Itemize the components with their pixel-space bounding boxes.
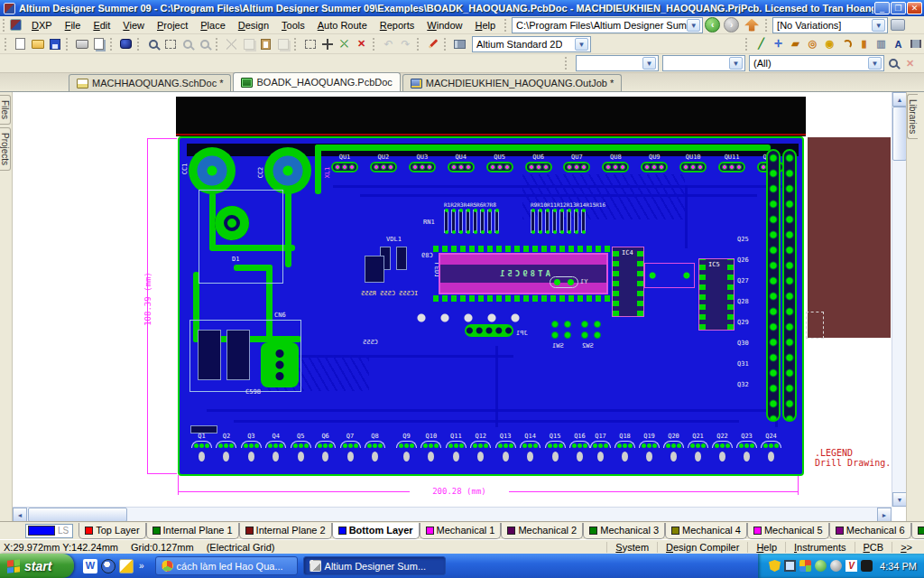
output-connector[interactable]: QU4 bbox=[448, 154, 475, 172]
transistor[interactable]: Q23 bbox=[736, 433, 757, 461]
redo-icon[interactable]: ↷ bbox=[397, 36, 414, 52]
forward-button[interactable]: › bbox=[724, 17, 739, 33]
switch-sw2[interactable] bbox=[579, 319, 605, 340]
quick-launch-overflow[interactable]: » bbox=[139, 561, 144, 571]
layer-tab[interactable]: Internal Plane 2 bbox=[239, 523, 332, 539]
layer-tab[interactable]: Mechanical 2 bbox=[501, 523, 583, 539]
output-connector[interactable]: QU6 bbox=[525, 154, 552, 172]
scroll-right-icon[interactable]: ► bbox=[877, 508, 892, 521]
open-documents-icon[interactable] bbox=[117, 36, 134, 52]
capacitor-cc2[interactable] bbox=[264, 147, 311, 194]
deselect-icon[interactable]: ⤬ bbox=[336, 36, 353, 52]
ic4[interactable]: IC4 bbox=[612, 247, 644, 317]
place-coordinate-icon[interactable]: ✛ bbox=[770, 36, 787, 52]
scroll-down-icon[interactable]: ▼ bbox=[892, 492, 906, 507]
place-line-icon[interactable]: ╱ bbox=[753, 36, 770, 52]
paste-special-icon[interactable] bbox=[274, 36, 291, 52]
layer-tab[interactable]: Internal Plane 1 bbox=[146, 523, 239, 539]
variations-combobox[interactable]: [No Variations] ▼ bbox=[772, 17, 888, 33]
chevron-down-icon[interactable]: ▼ bbox=[575, 38, 588, 51]
toolbar-grip[interactable] bbox=[765, 19, 770, 32]
transistor[interactable]: Q14 bbox=[520, 433, 541, 461]
toolbar-grip[interactable] bbox=[444, 38, 448, 51]
output-connector[interactable]: QU10 bbox=[679, 154, 707, 172]
panel-menu-button[interactable]: Instruments bbox=[785, 542, 854, 553]
black-wave-icon[interactable] bbox=[861, 560, 873, 572]
paste-icon[interactable] bbox=[257, 36, 274, 52]
output-connector[interactable]: QU8 bbox=[602, 154, 629, 172]
panel-tab-libraries[interactable]: Libraries bbox=[907, 94, 918, 139]
menu-item[interactable]: Auto Route bbox=[311, 18, 374, 33]
layer-tab[interactable]: Mechanical 6 bbox=[829, 523, 911, 539]
place-via-icon[interactable]: ◉ bbox=[821, 36, 838, 52]
zoom-selection-icon[interactable] bbox=[196, 36, 213, 52]
toolbar-grip[interactable] bbox=[745, 38, 750, 51]
pcb-design-canvas[interactable]: 108.39 (mm) 200.28 (mm) .LEGEND Drill Dr… bbox=[13, 92, 906, 521]
move-icon[interactable] bbox=[319, 36, 336, 52]
filter-scope-combobox[interactable]: (All) ▼ bbox=[749, 55, 884, 71]
place-polygon-icon[interactable]: ▰ bbox=[787, 36, 804, 52]
output-connector[interactable]: QU2 bbox=[370, 154, 397, 172]
menu-item[interactable]: Help bbox=[468, 18, 502, 33]
transistor[interactable]: Q2 bbox=[216, 433, 236, 461]
transistor[interactable]: Q1 bbox=[191, 433, 212, 461]
open-icon[interactable] bbox=[29, 36, 46, 52]
chevron-down-icon[interactable]: ▼ bbox=[729, 57, 743, 70]
toolbar-grip[interactable] bbox=[417, 38, 421, 51]
panel-menu-button[interactable]: Design Compiler bbox=[657, 542, 747, 553]
regulator-block[interactable] bbox=[199, 190, 283, 284]
right-connector-column[interactable] bbox=[766, 149, 781, 422]
apply-filter-icon[interactable] bbox=[884, 55, 901, 71]
cut-icon[interactable] bbox=[223, 36, 240, 52]
right-connector-column[interactable] bbox=[782, 149, 797, 422]
output-connector[interactable]: QU7 bbox=[563, 154, 590, 172]
toolbar-grip[interactable] bbox=[216, 38, 220, 51]
print-preview-icon[interactable] bbox=[90, 36, 107, 52]
menu-item[interactable]: Edit bbox=[87, 18, 116, 33]
layer-tab[interactable]: Top Layer bbox=[79, 523, 145, 539]
library-icon[interactable] bbox=[451, 36, 468, 52]
view-configuration-combobox[interactable]: Altium Standard 2D ▼ bbox=[472, 36, 591, 52]
transistor[interactable]: Q5 bbox=[291, 433, 311, 461]
toolbar-grip[interactable] bbox=[565, 57, 569, 70]
print-icon[interactable] bbox=[73, 36, 90, 52]
layer-set-indicator[interactable]: LS bbox=[25, 524, 73, 538]
relay[interactable] bbox=[644, 263, 695, 288]
transistor[interactable]: Q9 bbox=[396, 433, 417, 461]
place-component-icon[interactable] bbox=[907, 36, 924, 52]
menu-item[interactable]: Place bbox=[194, 18, 232, 33]
place-pad-icon[interactable]: ◎ bbox=[804, 36, 821, 52]
zoom-in-icon[interactable] bbox=[179, 36, 196, 52]
layer-tab[interactable]: Mechanical 4 bbox=[665, 523, 747, 539]
variant-manager-icon[interactable] bbox=[891, 19, 905, 31]
green-orb-icon[interactable] bbox=[815, 560, 827, 572]
capacitor-cc1[interactable] bbox=[189, 147, 236, 194]
gray-orb-icon[interactable] bbox=[830, 560, 842, 572]
browser-icon[interactable] bbox=[101, 559, 116, 573]
mcu-ic[interactable]: AT89C51 bbox=[433, 246, 614, 302]
scroll-up-icon[interactable]: ▲ bbox=[892, 92, 906, 107]
layer-tab[interactable]: Mechanical 5 bbox=[747, 523, 829, 539]
menu-item[interactable]: Design bbox=[232, 18, 275, 33]
show-desktop-icon[interactable] bbox=[119, 559, 134, 573]
zoom-document-icon[interactable] bbox=[144, 36, 162, 52]
toolbar-grip[interactable] bbox=[110, 38, 115, 51]
toolbar-grip[interactable] bbox=[66, 38, 70, 51]
panel-menu-button[interactable]: PCB bbox=[855, 542, 892, 553]
transistor[interactable]: Q19 bbox=[639, 433, 660, 461]
transistor[interactable]: Q15 bbox=[545, 433, 566, 461]
menu-item[interactable]: Window bbox=[420, 18, 468, 33]
transistor[interactable]: Q17 bbox=[590, 433, 611, 461]
transistor[interactable]: Q18 bbox=[614, 433, 635, 461]
chevron-down-icon[interactable]: ▼ bbox=[872, 19, 885, 32]
transistor[interactable]: Q22 bbox=[712, 433, 733, 461]
interactive-edit-icon[interactable] bbox=[424, 36, 441, 52]
transistor[interactable]: Q12 bbox=[470, 433, 491, 461]
menu-item[interactable]: DXP bbox=[25, 18, 59, 33]
transistor[interactable]: Q16 bbox=[569, 433, 590, 461]
close-button[interactable]: ✕ bbox=[907, 2, 922, 14]
place-arc-icon[interactable] bbox=[838, 36, 855, 52]
layer-tab[interactable]: Mechanical 3 bbox=[583, 523, 665, 539]
panel-tab-projects[interactable]: Projects bbox=[0, 127, 11, 171]
transistor[interactable]: Q11 bbox=[446, 433, 467, 461]
